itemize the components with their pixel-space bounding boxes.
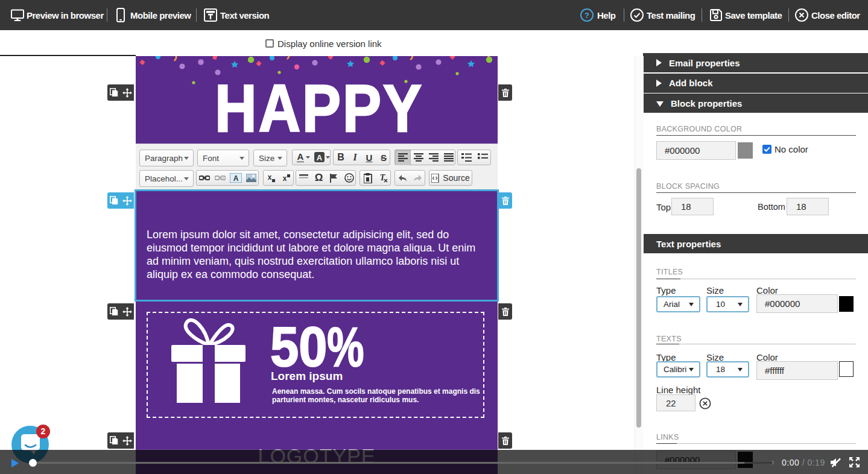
svg-text:A: A [297, 151, 304, 162]
svg-text:x: x [282, 174, 287, 183]
svg-text:A: A [317, 153, 323, 162]
svg-text:?: ? [584, 11, 589, 20]
svg-text:A: A [233, 174, 239, 183]
svg-text:x: x [267, 174, 271, 182]
